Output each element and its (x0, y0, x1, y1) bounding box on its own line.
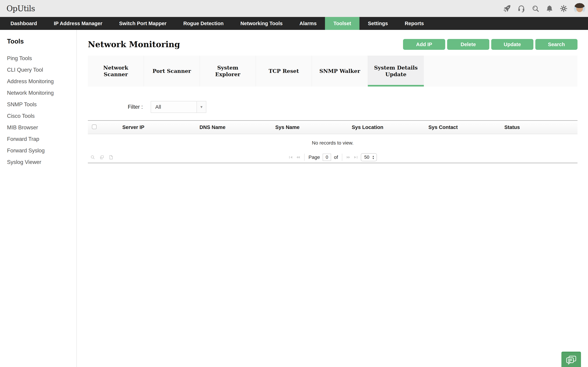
live-chat-button[interactable] (562, 352, 581, 367)
tab-tcp-reset[interactable]: TCP Reset (256, 56, 312, 86)
bell-icon[interactable] (546, 5, 553, 12)
sidebar-item-snmp-tools[interactable]: SNMP Tools (7, 99, 77, 110)
rocket-icon[interactable] (503, 5, 511, 13)
column-header-sys-contact[interactable]: Sys Contact (428, 125, 504, 130)
sidebar-item-syslog-viewer[interactable]: Syslog Viewer (7, 156, 77, 168)
nav-item-dashboard[interactable]: Dashboard (2, 17, 45, 30)
main-content: Network Monitoring Add IP Delete Update … (77, 30, 588, 367)
user-avatar[interactable] (574, 3, 585, 14)
spinner-arrows-icon: ▲▼ (372, 155, 374, 159)
tab-port-scanner[interactable]: Port Scanner (144, 56, 200, 86)
grid-footer: Page of 50 ▲▼ (88, 152, 578, 163)
page-size-value: 50 (364, 154, 369, 160)
grid-search-icon[interactable] (90, 155, 95, 160)
sidebar-item-mib-browser[interactable]: MIB Browser (7, 122, 77, 133)
document-icon[interactable] (109, 155, 113, 160)
filter-label: Filter : (128, 104, 143, 110)
sidebar-item-forward-trap[interactable]: Forward Trap (7, 133, 77, 145)
tab-network-scanner[interactable]: Network Scanner (88, 56, 144, 86)
nav-item-settings[interactable]: Settings (359, 17, 396, 30)
tab-system-explorer[interactable]: System Explorer (200, 56, 256, 86)
of-label: of (334, 154, 338, 160)
add-ip-button[interactable]: Add IP (403, 39, 445, 50)
app-logo[interactable]: OpUtils (7, 4, 35, 13)
sidebar-item-ping-tools[interactable]: Ping Tools (7, 53, 77, 64)
copy-icon[interactable] (99, 155, 104, 160)
tab-snmp-walker[interactable]: SNMP Walker (312, 56, 368, 86)
column-header-sys-location[interactable]: Sys Location (352, 125, 428, 130)
sidebar-item-cisco-tools[interactable]: Cisco Tools (7, 110, 77, 122)
pager-divider (304, 154, 305, 161)
sidebar-item-forward-syslog[interactable]: Forward Syslog (7, 145, 77, 156)
pagination: Page of 50 ▲▼ (289, 153, 377, 161)
headset-icon[interactable] (517, 5, 525, 13)
topbar-icons (503, 3, 585, 14)
page-number-input[interactable] (323, 154, 331, 161)
first-page-button[interactable] (289, 156, 293, 159)
nav-item-reports[interactable]: Reports (396, 17, 432, 30)
next-page-button[interactable] (346, 156, 351, 159)
last-page-button[interactable] (353, 156, 358, 159)
page-label: Page (309, 154, 320, 160)
column-header-dns-name[interactable]: DNS Name (199, 125, 275, 130)
prev-page-button[interactable] (296, 156, 301, 159)
chat-icon (566, 355, 577, 365)
sidebar-item-network-monitoring[interactable]: Network Monitoring (7, 87, 77, 99)
column-header-server-ip[interactable]: Server IP (122, 125, 199, 130)
sidebar-item-cli-query-tool[interactable]: CLI Query Tool (7, 64, 77, 76)
records-grid: Server IP DNS Name Sys Name Sys Location… (88, 120, 578, 163)
column-header-sys-name[interactable]: Sys Name (275, 125, 352, 130)
filter-dropdown[interactable]: All ▼ (151, 101, 206, 113)
search-icon[interactable] (532, 5, 539, 12)
update-button[interactable]: Update (491, 39, 533, 50)
pager-divider (342, 154, 342, 161)
tool-tabs: Network Scanner Port Scanner System Expl… (88, 56, 578, 86)
tab-system-details-update[interactable]: System Details Update (368, 56, 424, 86)
delete-button[interactable]: Delete (447, 39, 489, 50)
top-bar: OpUtils (0, 0, 588, 17)
nav-item-alarms[interactable]: Alarms (291, 17, 325, 30)
sidebar-item-address-monitoring[interactable]: Address Monitoring (7, 76, 77, 87)
nav-item-rogue-detection[interactable]: Rogue Detection (175, 17, 232, 30)
nav-item-ip-address-manager[interactable]: IP Address Manager (45, 17, 111, 30)
page-title: Network Monitoring (88, 40, 180, 49)
action-buttons: Add IP Delete Update Search (403, 39, 578, 50)
tools-sidebar: Tools Ping Tools CLI Query Tool Address … (0, 30, 77, 367)
nav-item-networking-tools[interactable]: Networking Tools (232, 17, 291, 30)
grid-header-row: Server IP DNS Name Sys Name Sys Location… (88, 120, 578, 134)
page-size-select[interactable]: 50 ▲▼ (361, 153, 377, 161)
sidebar-title: Tools (7, 38, 77, 45)
filter-dropdown-value: All (151, 104, 197, 110)
main-nav: Dashboard IP Address Manager Switch Port… (0, 17, 588, 30)
gear-icon[interactable] (560, 5, 568, 13)
search-button[interactable]: Search (535, 39, 578, 50)
nav-item-toolset[interactable]: Toolset (325, 17, 359, 30)
column-header-status[interactable]: Status (504, 125, 578, 130)
nav-item-switch-port-mapper[interactable]: Switch Port Mapper (111, 17, 175, 30)
chevron-down-icon[interactable]: ▼ (197, 101, 206, 113)
empty-records-message: No records to view. (312, 140, 354, 146)
select-all-checkbox[interactable] (92, 125, 97, 129)
